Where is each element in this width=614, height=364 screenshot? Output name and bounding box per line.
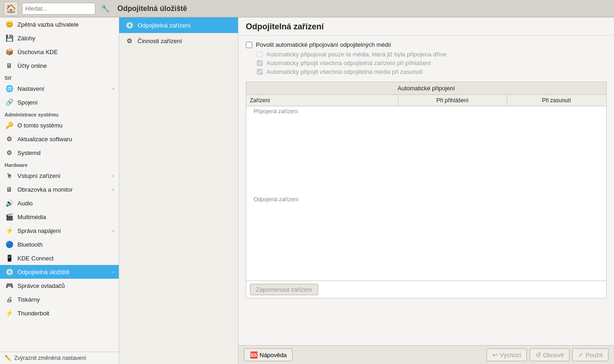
search-input[interactable] [25,5,85,12]
middle-panel-item-odpojitelna-zarizeni[interactable]: 💿 Odpojitelná zařízení [119,17,238,33]
section-header-hardware: Hardware [0,160,119,169]
sidebar-item-sprava-napajeni[interactable]: ⚡ Správa napájení › [0,224,119,237]
sub-option-login-checkbox[interactable] [257,60,263,66]
enable-automount-row: Povolit automatické připojování odpojite… [246,41,607,48]
sidebar-item-label: KDE Connect [17,255,114,262]
apply-label: Použít [586,352,603,358]
power-management-icon: ⚡ [5,226,14,235]
sidebar-footer[interactable]: ✏️ Zvýraznit změněná nastavení [0,352,119,364]
forget-btn-row: Zapomenout zařízení [246,281,606,298]
sidebar-item-label: Aktualizace softwaru [17,136,114,143]
removable-devices-icon: 💿 [125,21,134,30]
sidebar-item-obrazovka[interactable]: 🖥 Obrazovka a monitor › [0,182,119,196]
home-button[interactable]: 🏠 [4,1,18,16]
apply-button[interactable]: ✓ Použít [572,348,608,361]
sidebar-item-tiskarny[interactable]: 🖨 Tiskárny [0,292,119,306]
sidebar-item-o-systemu[interactable]: 🔑 O tomto systému [0,118,119,132]
device-actions-icon: ⚙ [125,36,134,45]
bottom-bar: 🆘 Nápověda ↩ Výchozí ↺ Obnovit ✓ Použít [238,345,614,364]
thunderbolt-icon: ⚡ [5,309,14,318]
help-label: Nápověda [260,352,287,358]
table-row: Připojená zařízení [246,106,606,194]
help-icon: 🆘 [250,351,258,358]
sidebar-item-aktualizace[interactable]: ⚙ Aktualizace softwaru [0,132,119,146]
search-box[interactable] [22,3,95,15]
sidebar-footer-label: Zvýraznit změněná nastavení [14,355,86,361]
main-layout: 😊 Zpětná vazba uživatele 💾 Zálohy 📦 Úsch… [0,17,614,364]
default-icon: ↩ [492,351,498,358]
sidebar-item-label: Účty online [17,62,114,69]
sidebar-item-uschovna[interactable]: 📦 Úschovna KDE [0,45,119,59]
home-icon: 🏠 [6,4,16,14]
sidebar-item-bluetooth[interactable]: 🔵 Bluetooth [0,237,119,251]
sidebar-item-thunderbolt[interactable]: ⚡ Thunderbolt [0,306,119,320]
sidebar-item-label: Odpojitelná úložiště [17,269,109,276]
multimedia-icon: 🎬 [5,212,14,221]
auto-connect-table: Zařízení Při přihlášení Při zasunutí Při… [246,95,606,281]
refresh-button[interactable]: ↺ Obnovit [530,348,570,361]
backup-icon: 💾 [5,33,14,43]
sub-option-on-insert: Automaticky připojit všechna odpojitelná… [257,68,607,75]
systemd-icon: ⚙ [5,148,14,157]
removable-storage-icon: 💿 [5,267,14,276]
middle-panel-item-cinnosti[interactable]: ⚙ Činnosti zařízení [119,33,238,49]
sidebar-item-nastaveni[interactable]: 🌐 Nastavení › [0,82,119,95]
kde-connect-icon: 📱 [5,254,14,263]
arrow-icon: › [112,269,114,275]
sub-option-previously: Automaticky připojovat pouze ta média, k… [257,51,607,58]
printers-icon: 🖨 [5,295,14,304]
sidebar-item-systemd[interactable]: ⚙ Systemd [0,146,119,160]
sidebar-item-label: Multimédia [17,214,114,221]
sub-option-previously-checkbox[interactable] [257,51,263,57]
sidebar-item-label: Tiskárny [17,296,114,303]
sidebar-item-label: Úschovna KDE [17,49,114,55]
sidebar-item-ucty-online[interactable]: 🖥 Účty online [0,59,119,72]
middle-panel: 💿 Odpojitelná zařízení ⚙ Činnosti zaříze… [119,17,238,364]
sidebar-item-vstupni-zarizeni[interactable]: 🖱 Vstupní zařízení › [0,169,119,182]
sidebar-item-zpetna-vazba[interactable]: 😊 Zpětná vazba uživatele [0,17,119,31]
sub-option-login-label: Automaticky připojit všechna odpojitelná… [266,60,431,66]
refresh-icon: ↺ [536,351,541,358]
sidebar-item-label: Správa napájení [17,227,109,234]
sub-option-previously-label: Automaticky připojovat pouze ta média, k… [266,51,446,58]
sidebar: 😊 Zpětná vazba uživatele 💾 Zálohy 📦 Úsch… [0,17,119,364]
sidebar-item-label: Obrazovka a monitor [17,186,109,193]
refresh-label: Obnovit [543,352,564,358]
sidebar-item-label: Správce ovladačů [17,282,114,289]
config-icon[interactable]: 🔧 [99,2,112,15]
network-settings-icon: 🌐 [5,84,14,93]
topbar: 🏠 🔧 Odpojitelná úložiště [0,0,614,17]
disconnected-login-cell [398,194,507,281]
connected-login-cell [398,106,507,194]
sidebar-item-spravce-ovladacu[interactable]: 🎮 Správce ovladačů [0,279,119,292]
software-update-icon: ⚙ [5,134,14,143]
auto-connect-title: Automatické připojení [246,82,606,95]
sub-option-insert-checkbox[interactable] [257,69,263,75]
sidebar-item-multimdia[interactable]: 🎬 Multimédia [0,210,119,224]
feedback-icon: 😊 [5,20,14,29]
sidebar-item-label: Nastavení [17,85,109,92]
sidebar-item-audio[interactable]: 🔊 Audio [0,196,119,210]
connection-icon: 🔗 [5,98,14,107]
sidebar-item-zalohy[interactable]: 💾 Zálohy [0,31,119,45]
audio-icon: 🔊 [5,199,14,208]
forget-device-button[interactable]: Zapomenout zařízení [250,284,318,295]
arrow-icon: › [112,173,114,178]
enable-automount-checkbox[interactable] [246,42,252,48]
default-label: Výchozí [500,352,521,358]
disconnected-insert-cell [507,194,606,281]
sidebar-item-label: O tomto systému [17,122,114,129]
sidebar-item-label: Audio [17,200,114,207]
help-button[interactable]: 🆘 Nápověda [244,348,293,361]
middle-panel-item-label: Odpojitelná zařízení [138,22,191,29]
sidebar-item-label: Systemd [17,149,114,156]
sidebar-item-spojeni[interactable]: 🔗 Spojení [0,95,119,109]
sidebar-item-label: Spojení [17,99,114,106]
device-table-body: Připojená zařízení Odpojená zařízení [246,106,606,281]
sub-options: Automaticky připojovat pouze ta média, k… [257,51,607,75]
sidebar-item-kde-connect[interactable]: 📱 KDE Connect [0,251,119,265]
default-button[interactable]: ↩ Výchozí [487,348,527,361]
enable-automount-label: Povolit automatické připojování odpojite… [256,41,391,48]
sidebar-item-odpojitelna-uloziste[interactable]: 💿 Odpojitelná úložiště › [0,265,119,279]
edit-icon: ✏️ [5,355,11,361]
